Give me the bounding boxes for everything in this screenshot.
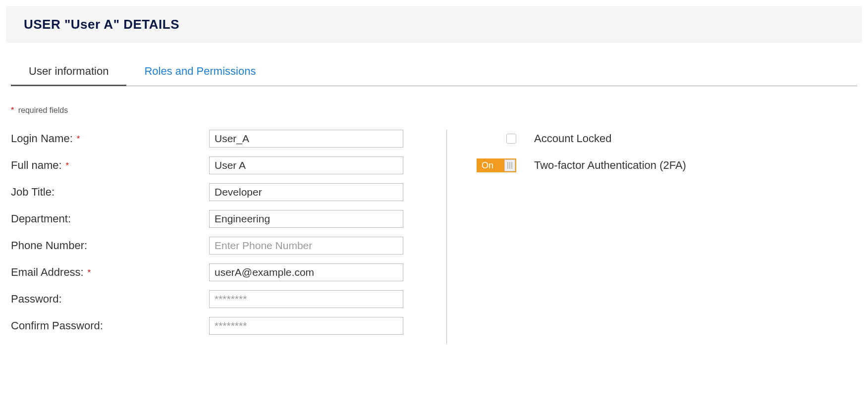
password-input[interactable] [209, 290, 403, 308]
row-job-title: Job Title: [11, 183, 427, 201]
row-two-factor: On Two-factor Authentication (2FA) [477, 156, 857, 174]
row-phone: Phone Number: [11, 237, 427, 255]
row-password: Password: [11, 290, 427, 308]
label-account-locked: Account Locked [534, 132, 612, 145]
checkbox-slot [477, 134, 519, 144]
label-password: Password: [11, 293, 209, 306]
tab-roles-permissions[interactable]: Roles and Permissions [126, 58, 273, 86]
label-confirm-password: Confirm Password: [11, 319, 209, 332]
label-department: Department: [11, 212, 209, 225]
label-full-name: Full name: * [11, 159, 209, 172]
phone-input[interactable] [209, 237, 403, 255]
tabs: User information Roles and Permissions [11, 58, 857, 86]
toggle-state-label: On [477, 160, 504, 171]
account-locked-checkbox[interactable] [506, 134, 516, 144]
asterisk-icon: * [66, 161, 69, 170]
grip-icon [507, 162, 512, 169]
row-full-name: Full name: * [11, 156, 427, 174]
page-title: USER "User A" DETAILS [24, 17, 844, 32]
email-input[interactable] [209, 263, 403, 281]
toggle-handle-icon [504, 159, 515, 171]
asterisk-icon: * [88, 268, 91, 277]
row-email: Email Address: * [11, 263, 427, 281]
main-columns: Login Name: * Full name: * Job Title: [11, 130, 857, 344]
row-login-name: Login Name: * [11, 130, 427, 148]
two-factor-toggle[interactable]: On [477, 158, 516, 172]
department-input[interactable] [209, 210, 403, 228]
label-email: Email Address: * [11, 266, 209, 279]
tab-user-information[interactable]: User information [11, 58, 126, 86]
row-department: Department: [11, 210, 427, 228]
content: * required fields Login Name: * Full nam… [11, 106, 857, 344]
asterisk-icon: * [11, 106, 14, 114]
row-confirm-password: Confirm Password: [11, 317, 427, 335]
asterisk-icon: * [77, 135, 80, 143]
toggle-slot: On [477, 158, 519, 172]
row-account-locked: Account Locked [477, 130, 857, 148]
label-phone: Phone Number: [11, 239, 209, 252]
left-column: Login Name: * Full name: * Job Title: [11, 130, 447, 344]
required-fields-note: * required fields [11, 106, 857, 115]
label-two-factor: Two-factor Authentication (2FA) [534, 159, 686, 172]
page-header: USER "User A" DETAILS [6, 6, 862, 43]
login-name-input[interactable] [209, 130, 403, 148]
full-name-input[interactable] [209, 156, 403, 174]
job-title-input[interactable] [209, 183, 403, 201]
label-login-name: Login Name: * [11, 132, 209, 145]
confirm-password-input[interactable] [209, 317, 403, 335]
label-job-title: Job Title: [11, 186, 209, 199]
right-column: Account Locked On Two-factor Authenticat… [447, 130, 857, 344]
